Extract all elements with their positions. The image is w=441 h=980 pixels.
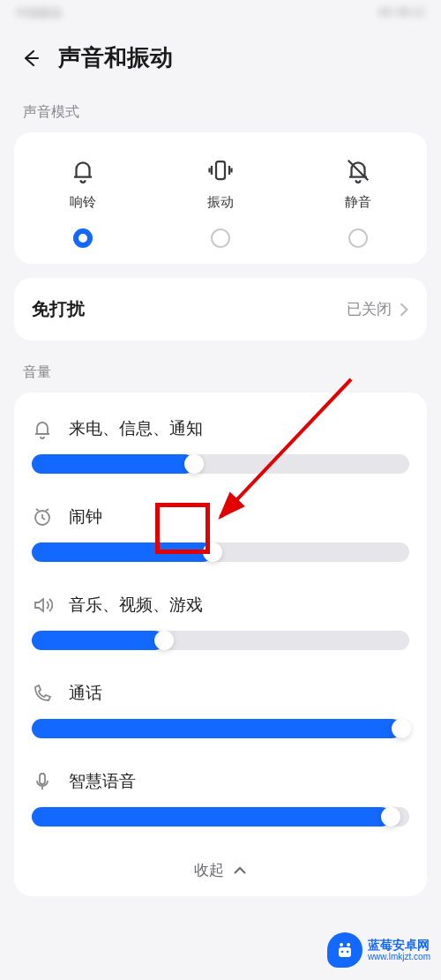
collapse-label: 收起 xyxy=(194,860,224,880)
slider-media: 音乐、视频、游戏 xyxy=(14,578,427,666)
slider-label: 通话 xyxy=(69,682,102,705)
slider-call: 通话 xyxy=(14,666,427,754)
back-icon[interactable] xyxy=(18,46,42,71)
chevron-up-icon xyxy=(233,865,247,876)
slider-track[interactable] xyxy=(32,542,409,562)
svg-rect-6 xyxy=(339,947,351,957)
slider-label: 音乐、视频、游戏 xyxy=(69,594,203,617)
slider-track[interactable] xyxy=(32,631,409,650)
header: 声音和振动 xyxy=(0,28,441,94)
svg-rect-0 xyxy=(216,161,225,179)
radio-selected[interactable] xyxy=(73,228,93,248)
svg-point-7 xyxy=(341,951,344,954)
phone-icon xyxy=(32,682,55,705)
slider-thumb[interactable] xyxy=(154,631,174,650)
speaker-icon xyxy=(32,594,55,617)
svg-rect-2 xyxy=(40,774,45,784)
radio[interactable] xyxy=(348,228,368,248)
sound-mode-card: 响铃 振动 静音 xyxy=(14,132,427,264)
mode-ring[interactable]: 响铃 xyxy=(14,153,152,248)
mic-icon xyxy=(32,770,55,793)
mode-label: 静音 xyxy=(345,194,371,211)
slider-track[interactable] xyxy=(32,807,409,827)
watermark-logo-icon xyxy=(327,932,363,968)
slider-track[interactable] xyxy=(32,719,409,738)
slider-track[interactable] xyxy=(32,454,409,474)
section-volume-label: 音量 xyxy=(0,355,441,393)
section-sound-mode-label: 声音模式 xyxy=(0,94,441,132)
volume-card: 来电、信息、通知 闹钟 音乐、视频、游戏 xyxy=(14,393,427,896)
svg-point-8 xyxy=(347,951,349,954)
svg-point-5 xyxy=(347,943,350,946)
radio[interactable] xyxy=(211,228,230,248)
clock-icon xyxy=(32,505,55,528)
slider-thumb[interactable] xyxy=(184,454,204,474)
dnd-value: 已关闭 xyxy=(347,299,409,319)
mode-vibrate[interactable]: 振动 xyxy=(152,153,289,248)
slider-voice: 智慧语音 xyxy=(14,754,427,842)
slider-thumb[interactable] xyxy=(203,542,222,562)
bell-outline-icon xyxy=(32,417,55,440)
svg-point-4 xyxy=(340,943,343,946)
watermark: 蓝莓安卓网 www.lmkjzt.com xyxy=(327,932,430,968)
slider-label: 来电、信息、通知 xyxy=(69,417,203,440)
bell-icon xyxy=(66,153,100,187)
slider-thumb[interactable] xyxy=(392,719,411,738)
slider-notifications: 来电、信息、通知 xyxy=(14,401,427,490)
bell-off-icon xyxy=(341,153,375,187)
mode-label: 响铃 xyxy=(70,194,96,211)
chevron-right-icon xyxy=(399,302,409,318)
collapse-button[interactable]: 收起 xyxy=(14,842,427,896)
mode-silent[interactable]: 静音 xyxy=(289,153,427,248)
slider-thumb[interactable] xyxy=(381,807,400,827)
slider-alarm: 闹钟 xyxy=(14,490,427,578)
slider-label: 闹钟 xyxy=(69,505,102,528)
mode-label: 振动 xyxy=(207,194,234,211)
dnd-title: 免打扰 xyxy=(32,297,85,321)
slider-label: 智慧语音 xyxy=(69,770,136,793)
dnd-card[interactable]: 免打扰 已关闭 xyxy=(14,278,427,340)
status-bar: 中国移动 4G 08:12 xyxy=(0,0,441,28)
page-title: 声音和振动 xyxy=(58,42,173,73)
vibrate-icon xyxy=(204,153,237,187)
